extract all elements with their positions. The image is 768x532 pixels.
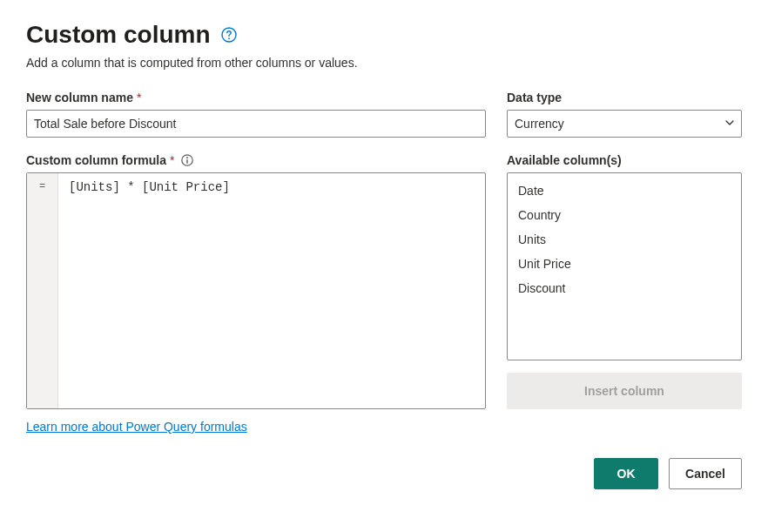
page-title: Custom column [26, 21, 211, 49]
list-item[interactable]: Country [508, 203, 741, 227]
insert-column-button: Insert column [507, 373, 742, 409]
available-columns-label: Available column(s) [507, 153, 742, 167]
formula-editor-container: = [Units] * [Unit Price] [26, 172, 486, 409]
formula-editor[interactable]: [Units] * [Unit Price] [58, 173, 485, 408]
new-column-name-label-text: New column name [26, 91, 133, 104]
learn-more-link[interactable]: Learn more about Power Query formulas [26, 420, 247, 434]
formula-gutter: = [27, 173, 58, 408]
list-item[interactable]: Discount [508, 276, 741, 300]
data-type-label: Data type [507, 91, 742, 104]
formula-label-text: Custom column formula [26, 153, 166, 167]
list-item[interactable]: Unit Price [508, 252, 741, 276]
cancel-button[interactable]: Cancel [669, 458, 742, 489]
new-column-name-label: New column name * [26, 91, 486, 104]
new-column-name-input[interactable] [26, 110, 486, 138]
help-icon[interactable] [221, 27, 237, 43]
list-item[interactable]: Units [508, 227, 741, 252]
dialog-footer: OK Cancel [26, 458, 742, 489]
formula-label: Custom column formula * [26, 153, 486, 167]
required-indicator: * [170, 153, 174, 167]
equals-sign: = [39, 180, 45, 408]
ok-button[interactable]: OK [594, 458, 658, 489]
data-type-select[interactable]: Currency [507, 110, 742, 138]
data-type-value: Currency [515, 117, 564, 131]
svg-rect-4 [187, 159, 188, 164]
list-item[interactable]: Date [508, 178, 741, 203]
info-icon[interactable] [181, 154, 193, 166]
dialog-header: Custom column [26, 21, 742, 49]
svg-point-1 [228, 37, 230, 39]
svg-point-3 [187, 157, 189, 158]
dialog-subtitle: Add a column that is computed from other… [26, 56, 742, 70]
required-indicator: * [137, 91, 141, 104]
available-columns-list: Date Country Units Unit Price Discount [507, 172, 742, 360]
